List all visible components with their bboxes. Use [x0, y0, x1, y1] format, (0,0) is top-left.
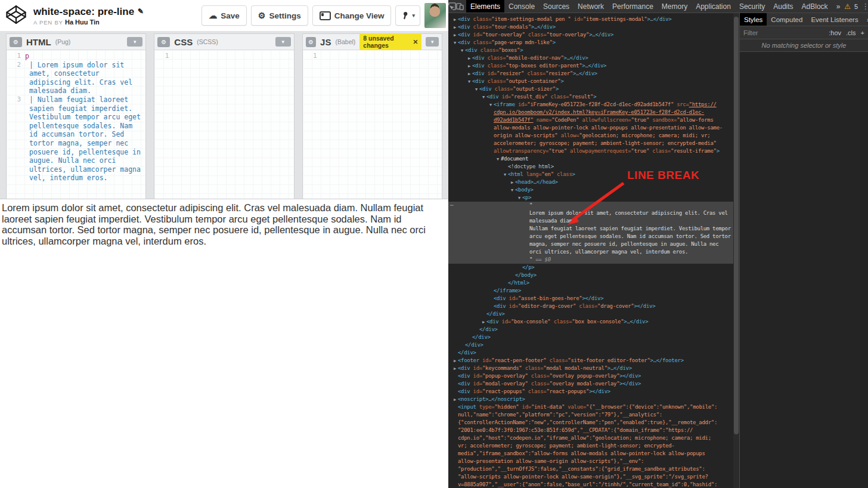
devtools-tab-memory[interactable]: Memory — [658, 0, 692, 13]
dom-tree-row[interactable]: arcu eget pellentesque sodales. Nam id a… — [448, 233, 733, 240]
dom-tree-row[interactable]: vr; accelerometer; gyroscope; payment; a… — [448, 442, 733, 450]
dom-tree-row[interactable]: </html> — [448, 279, 733, 287]
settings-button[interactable]: ⚙ Settings — [251, 5, 308, 26]
toggle-pseudo-classes-button[interactable]: :hov — [829, 29, 841, 36]
dom-tree-row[interactable]: ▼<body> — [448, 186, 733, 194]
collapse-panel-button[interactable]: ▾ — [275, 37, 291, 47]
dom-tree-row[interactable]: </div> — [448, 349, 733, 357]
dom-tree-row[interactable]: allowtransparency="true" allowpaymentreq… — [448, 147, 733, 155]
dom-tree-row[interactable]: </div> — [448, 341, 733, 349]
warning-icon[interactable]: ⚠ — [844, 2, 851, 11]
dom-tree-row[interactable]: </div> — [448, 333, 733, 341]
expand-arrow-open-icon[interactable]: ▼ — [488, 101, 494, 109]
dom-tree-row[interactable]: {"controllerActionName":"new","controlle… — [448, 419, 733, 427]
dom-tree-row[interactable]: ▶<div class="mobile-editor-nav">…</div> — [448, 54, 733, 62]
expand-arrow-closed-icon[interactable]: ▶ — [452, 24, 458, 31]
devtools-tab-sources[interactable]: Sources — [539, 0, 574, 13]
expand-arrow-closed-icon[interactable]: ▶ — [452, 16, 458, 23]
dom-tree-row[interactable]: d92add1b547f" name="CodePen" allowfullsc… — [448, 116, 733, 124]
expand-arrow-open-icon[interactable]: ▼ — [452, 39, 458, 47]
expand-arrow-open-icon[interactable]: ▼ — [480, 94, 486, 101]
dom-tree-row[interactable]: </p> — [448, 264, 733, 271]
avatar[interactable] — [424, 3, 446, 28]
dom-tree-row[interactable]: "production","__turnOffJS":false,"__cons… — [448, 465, 733, 473]
expand-arrow-closed-icon[interactable]: ▶ — [452, 365, 458, 372]
code-line[interactable]: 3| Nullam feugiat laoreet sapien feugiat… — [7, 95, 145, 183]
scrollbar-thumb[interactable] — [734, 17, 739, 434]
warning-count[interactable]: 5 — [854, 3, 858, 10]
dom-tree-row[interactable]: Nullam feugiat laoreet sapien feugiat im… — [448, 225, 733, 233]
expand-arrow-closed-icon[interactable]: ▶ — [452, 32, 458, 39]
change-view-button[interactable]: Change View — [312, 5, 392, 26]
devtools-tab-performance[interactable]: Performance — [608, 0, 658, 13]
dom-tree-row[interactable]: ▼<iframe id="iFrameKey-e051723e-f28f-d2c… — [448, 101, 733, 109]
expand-arrow-open-icon[interactable]: ▼ — [509, 187, 515, 194]
pin-button[interactable]: ▾ — [395, 5, 420, 26]
devtools-tab-elements[interactable]: Elements — [466, 0, 504, 13]
panel-gear-icon[interactable]: ⚙ — [157, 37, 170, 47]
expand-arrow-open-icon[interactable]: ▼ — [473, 86, 479, 93]
toggle-element-classes-button[interactable]: .cls — [846, 29, 856, 36]
expand-arrow-closed-icon[interactable]: ▶ — [509, 179, 515, 186]
dom-tree-row[interactable]: orci ultrices, ullamcorper magna vel, in… — [448, 248, 733, 256]
code-line[interactable]: 1 — [154, 52, 293, 61]
dom-tree-row[interactable]: cdpn.io/boomboom/v2/index.html?key=iFram… — [448, 109, 733, 116]
js-code-editor[interactable]: 1 — [303, 50, 442, 199]
sidebar-tab-more-sidebar-tabs[interactable]: » — [863, 13, 868, 26]
dom-tree-row[interactable]: </iframe> — [448, 287, 733, 295]
expand-arrow-open-icon[interactable]: ▼ — [466, 78, 472, 85]
devtools-tab-adblock[interactable]: AdBlock — [798, 0, 832, 13]
inspect-element-icon[interactable] — [448, 0, 456, 13]
edit-pencil-icon[interactable]: ✎ — [138, 6, 144, 17]
sidebar-tab-computed[interactable]: Computed — [767, 13, 807, 26]
dom-tree-row[interactable]: v=8885a907","__user":{"anon":false,"base… — [448, 481, 733, 488]
dom-tree-row[interactable]: "allow-scripts allow-pointer-lock allow-… — [448, 473, 733, 481]
save-button[interactable]: ☁ Save — [202, 5, 247, 26]
dom-tree-row[interactable]: ▼<div class="boxes"> — [448, 47, 733, 54]
devtools-tab-network[interactable]: Network — [574, 0, 608, 13]
expand-arrow-open-icon[interactable]: ▼ — [495, 156, 501, 163]
sidebar-tab-styles[interactable]: Styles — [740, 13, 767, 26]
panel-gear-icon[interactable]: ⚙ — [10, 37, 22, 47]
devtools-tab-application[interactable]: Application — [692, 0, 735, 13]
dom-tree-row[interactable]: magna, semper nec posuere id, pellentesq… — [448, 240, 733, 248]
dom-tree-row[interactable]: ▼<p> — [448, 194, 733, 202]
panel-gear-icon[interactable]: ⚙ — [306, 37, 316, 47]
dom-tree-row[interactable]: <div id="popup-overlay" class="overlay p… — [448, 372, 733, 380]
dom-tree-row[interactable]: ▶<noscript>…</noscript> — [448, 396, 733, 403]
dom-tree-row[interactable]: <input type="hidden" id="init-data" valu… — [448, 403, 733, 411]
dom-tree-row[interactable]: origin allow-scripts" allow="geolocation… — [448, 132, 733, 140]
dom-tree-scrollbar[interactable] — [733, 13, 739, 488]
dom-tree-row[interactable]: ▼#document — [448, 155, 733, 163]
expand-arrow-closed-icon[interactable]: ▶ — [466, 55, 472, 62]
collapse-panel-button[interactable]: ▾ — [127, 37, 142, 47]
dom-tree-row[interactable]: ▶<footer id="react-pen-footer" class="si… — [448, 357, 733, 365]
devtools-menu-icon[interactable]: ⋮ — [861, 2, 868, 11]
dom-tree-row[interactable]: malesuada diam. — [448, 217, 733, 225]
dom-tree-row[interactable]: ▼<div class="output-container"> — [448, 78, 733, 85]
dom-tree-row[interactable]: ▼<div class="output-sizer"> — [448, 85, 733, 93]
dom-tree-row[interactable]: <div id="editor-drag-cover" class="drag-… — [448, 302, 733, 310]
dom-tree-row[interactable]: ▶<div id="resizer" class="resizer">…</di… — [448, 70, 733, 78]
dom-tree-row[interactable]: ⋯" — [448, 202, 733, 209]
expand-arrow-open-icon[interactable]: ▼ — [502, 171, 508, 178]
expand-arrow-closed-icon[interactable]: ▶ — [452, 357, 458, 365]
expand-arrow-open-icon[interactable]: ▼ — [516, 194, 522, 202]
dom-tree-row[interactable]: ▶<div class="top-boxes editor-parent">…<… — [448, 62, 733, 70]
devtools-tab-more-tabs[interactable]: » — [832, 0, 845, 13]
devtools-tab-console[interactable]: Console — [504, 0, 539, 13]
css-code-editor[interactable]: 1 — [154, 50, 293, 199]
toggle-device-toolbar-icon[interactable] — [456, 0, 464, 13]
dom-tree-row[interactable]: </body> — [448, 271, 733, 279]
dom-tree-row[interactable]: ▶<div class="item-settings-modal pen " i… — [448, 16, 733, 23]
dom-tree-row[interactable]: ▼<div class="page-wrap mdn-like"> — [448, 39, 733, 47]
expand-arrow-closed-icon[interactable]: ▶ — [466, 63, 472, 70]
dom-tree-row[interactable]: ▶<div id="keycommands" class="modal moda… — [448, 365, 733, 372]
dom-tree-row[interactable]: <div id="asset-bin-goes-here"></div> — [448, 295, 733, 302]
dom-tree-row[interactable]: ▶<div class="tour-modals">…</div> — [448, 23, 733, 31]
dom-tree-row[interactable]: ▼<div id="result_div" class="result"> — [448, 93, 733, 101]
badge-close-icon[interactable]: ✕ — [413, 38, 418, 45]
dom-tree-row[interactable]: " == $0 — [448, 256, 733, 264]
dom-tree-row[interactable]: </div> — [448, 310, 733, 318]
code-line[interactable]: 1p — [7, 52, 145, 61]
